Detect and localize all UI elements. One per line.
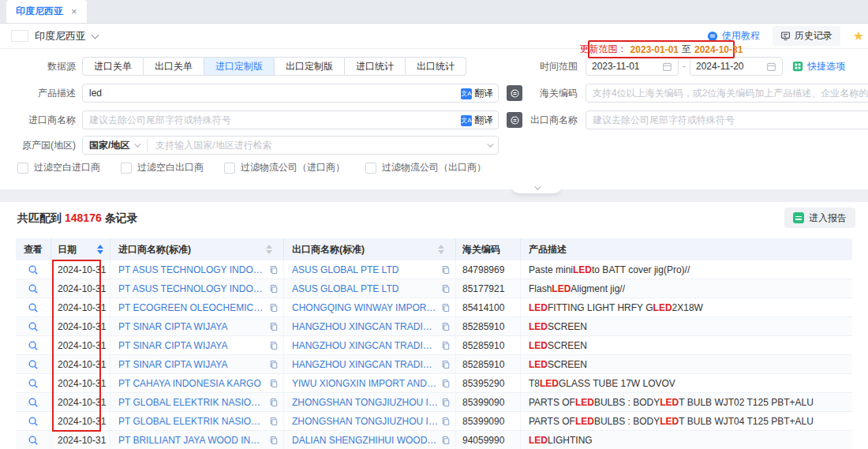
- copy-icon[interactable]: [441, 322, 451, 331]
- data-source-tab[interactable]: 出口定制版: [274, 58, 344, 75]
- exact-match-icon[interactable]: [507, 112, 522, 128]
- company-link[interactable]: DALIAN SHENGZHIHUI WOOD INDUST...: [292, 435, 438, 446]
- copy-icon[interactable]: [269, 436, 279, 445]
- close-icon[interactable]: ×: [71, 6, 77, 17]
- product-desc-input[interactable]: [82, 84, 499, 103]
- copy-icon[interactable]: [441, 398, 451, 407]
- view-detail-button[interactable]: [28, 340, 39, 351]
- translate-button[interactable]: 文A 翻译: [461, 87, 493, 100]
- copy-icon[interactable]: [441, 360, 451, 369]
- country-selector-label[interactable]: 印度尼西亚: [35, 29, 86, 43]
- data-source-tab[interactable]: 进口定制版: [204, 58, 274, 75]
- company-link[interactable]: PT ECOGREEN OLEOCHEMICALS: [118, 302, 266, 313]
- translate-button[interactable]: 文A 翻译: [461, 114, 493, 127]
- copy-icon[interactable]: [269, 417, 279, 426]
- checkbox-icon[interactable]: [121, 163, 132, 174]
- company-link[interactable]: PT SINAR CIPTA WIJAYA: [118, 359, 266, 370]
- company-link[interactable]: PT SINAR CIPTA WIJAYA: [118, 340, 266, 351]
- copy-icon[interactable]: [441, 379, 451, 388]
- sort-icon[interactable]: [438, 245, 444, 254]
- view-detail-button[interactable]: [28, 397, 39, 408]
- copy-icon[interactable]: [441, 265, 451, 275]
- copy-icon[interactable]: [269, 341, 279, 350]
- copy-icon[interactable]: [269, 322, 279, 331]
- enter-report-button[interactable]: 进入报告: [784, 208, 855, 228]
- company-link[interactable]: PT SINAR CIPTA WIJAYA: [118, 321, 266, 332]
- view-detail-button[interactable]: [28, 435, 39, 446]
- date-from-input[interactable]: 2023-11-01: [586, 57, 679, 76]
- view-detail-button[interactable]: [28, 302, 39, 313]
- copy-icon[interactable]: [441, 417, 451, 426]
- exporter-name-input[interactable]: [586, 110, 868, 129]
- importer-cell: PT GLOBAL ELEKTRIK NASIONAL: [110, 393, 284, 411]
- data-source-tab[interactable]: 出口关单: [143, 58, 204, 75]
- hs-code-input[interactable]: [586, 84, 868, 103]
- copy-icon[interactable]: [441, 436, 451, 445]
- copy-icon[interactable]: [269, 360, 279, 369]
- exporter-cell: HANGZHOU XINGCAN TRADING CO LTD: [284, 336, 456, 354]
- header-date[interactable]: 日期: [51, 238, 110, 260]
- tab-indonesia[interactable]: 印度尼西亚 ×: [6, 0, 87, 23]
- data-source-tab[interactable]: 出口统计: [405, 58, 466, 75]
- checkbox-icon[interactable]: [224, 163, 235, 174]
- company-link[interactable]: PT GLOBAL ELEKTRIK NASIONAL: [118, 397, 266, 408]
- hs-code-cell: 85285910: [456, 336, 521, 354]
- filter-checkbox[interactable]: 过滤空白进口商: [17, 161, 100, 174]
- copy-icon[interactable]: [269, 398, 279, 407]
- chevron-down-icon[interactable]: [92, 31, 99, 39]
- history-button[interactable]: 历史记录: [773, 26, 840, 46]
- sort-icon[interactable]: [97, 245, 103, 254]
- copy-icon[interactable]: [441, 303, 451, 312]
- filter-checkbox[interactable]: 过滤空白出口商: [121, 161, 204, 174]
- company-link[interactable]: HANGZHOU XINGCAN TRADING CO LTD: [292, 340, 438, 351]
- product-desc-cell: PARTS OF LED BULBS : BODY LED T BULB WJT…: [521, 412, 852, 430]
- view-detail-button[interactable]: [28, 359, 39, 370]
- data-source-tab[interactable]: 进口关单: [83, 58, 143, 75]
- copy-icon[interactable]: [269, 284, 279, 294]
- collapse-panel-button[interactable]: [511, 181, 562, 193]
- header-exporter[interactable]: 出口商名称(标准): [284, 238, 456, 260]
- company-link[interactable]: PT CAHAYA INDONESIA KARGO: [118, 378, 266, 389]
- company-link[interactable]: ASUS GLOBAL PTE LTD: [292, 283, 438, 294]
- checkbox-icon[interactable]: [365, 163, 376, 174]
- copy-icon[interactable]: [441, 341, 451, 350]
- quick-options-button[interactable]: 快捷选项: [792, 60, 845, 73]
- copy-icon[interactable]: [269, 265, 279, 275]
- company-link[interactable]: PT GLOBAL ELEKTRIK NASIONAL: [118, 416, 266, 427]
- filter-checkbox[interactable]: 过滤物流公司（出口商）: [365, 161, 486, 174]
- view-detail-button[interactable]: [28, 321, 39, 332]
- origin-country-field[interactable]: 国家/地区 支持输入国家/地区进行检索: [82, 136, 499, 155]
- company-link[interactable]: ZHONGSHAN TONGJIUZHOU INTERNA...: [292, 416, 438, 427]
- sort-icon[interactable]: [266, 245, 272, 254]
- company-link[interactable]: CHONGQING WINWAY IMPORT AND E...: [292, 302, 438, 313]
- header-importer[interactable]: 进口商名称(标准): [110, 238, 284, 260]
- data-source-tab[interactable]: 进口统计: [344, 58, 405, 75]
- company-link[interactable]: PT ASUS TECHNOLOGY INDONESIA BA...: [118, 264, 266, 275]
- company-link[interactable]: PT BRILLIANT JAYA WOOD INDUSTRY: [118, 435, 266, 446]
- view-detail-button[interactable]: [28, 264, 39, 275]
- records-table: 查看 日期 进口商名称(标准) 出口商名称(标准) 海关编码 产品描述 2024…: [16, 238, 852, 449]
- origin-country-select[interactable]: 国家/地区: [89, 139, 148, 152]
- favorite-star-icon[interactable]: ★: [853, 28, 864, 43]
- checkbox-icon[interactable]: [17, 163, 28, 174]
- product-desc-cell: LED SCREEN: [521, 336, 852, 354]
- company-link[interactable]: HANGZHOU XINGCAN TRADING CO LTD: [292, 321, 438, 332]
- copy-icon[interactable]: [441, 284, 451, 294]
- view-detail-button[interactable]: [28, 378, 39, 389]
- importer-name-input[interactable]: [82, 110, 499, 129]
- company-link[interactable]: ASUS GLOBAL PTE LTD: [292, 264, 438, 275]
- date-to-input[interactable]: 2024-11-20: [690, 57, 783, 76]
- company-link[interactable]: HANGZHOU XINGCAN TRADING CO LTD: [292, 359, 438, 370]
- filter-checkbox[interactable]: 过滤物流公司（进口商）: [224, 161, 345, 174]
- company-link[interactable]: YIWU XIONGXIN IMPORT AND EXPORT...: [292, 378, 438, 389]
- view-detail-button[interactable]: [28, 416, 39, 427]
- view-cell: [16, 298, 51, 316]
- company-link[interactable]: PT ASUS TECHNOLOGY INDONESIA BA...: [118, 283, 266, 294]
- copy-icon[interactable]: [269, 379, 279, 388]
- view-detail-button[interactable]: [28, 283, 39, 294]
- exact-match-icon[interactable]: [507, 85, 522, 101]
- quick-options-icon: [792, 61, 803, 72]
- company-link[interactable]: ZHONGSHAN TONGJIUZHOU INTERNA...: [292, 397, 438, 408]
- copy-icon[interactable]: [269, 303, 279, 312]
- chevron-down-icon: [135, 140, 141, 147]
